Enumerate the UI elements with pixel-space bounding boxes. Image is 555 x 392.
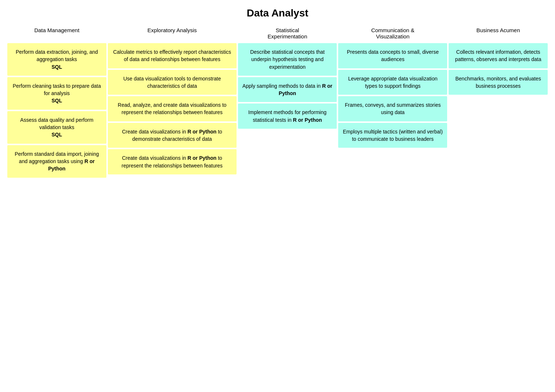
col-business: Collects relevant information, detects p… [449,43,548,95]
cell-exp-5: Create data visualizations in R or Pytho… [108,149,237,174]
cell-comm-2: Leverage appropriate data visualization … [338,70,447,95]
cell-dm-2: Perform cleaning tasks to prepare data f… [7,77,106,110]
cell-comm-1: Presents data concepts to small, diverse… [338,43,447,68]
cell-comm-3: Frames, conveys, and summarizes stories … [338,96,447,121]
cell-biz-1: Collects relevant information, detects p… [449,43,548,68]
page-title: Data Analyst [7,7,548,19]
cell-stats-3: Implement methods for performing statist… [238,103,337,129]
content-grid: Perform data extraction, joining, and ag… [7,43,548,178]
col-stats: Describe statistical concepts that under… [238,43,337,129]
header-exploratory: Exploratory Analysis [108,25,237,42]
cell-dm-1: Perform data extraction, joining, and ag… [7,43,106,76]
cell-exp-4: Create data visualizations in R or Pytho… [108,123,237,148]
header-comm: Communication &Visuzalization [338,25,447,42]
cell-dm-4: Perform standard data import, joining an… [7,145,106,178]
cell-exp-2: Use data visualization tools to demonstr… [108,70,237,95]
header-data-mgmt: Data Management [7,25,106,42]
cell-dm-3: Assess data quality and perform validati… [7,111,106,144]
cell-comm-4: Employs multiple tactics (written and ve… [338,123,447,148]
cell-exp-1: Calculate metrics to effectively report … [108,43,237,68]
cell-stats-1: Describe statistical concepts that under… [238,43,337,76]
main-container: Data Analyst Data Management Exploratory… [7,7,548,178]
header-row: Data Management Exploratory Analysis Sta… [7,25,548,42]
col-comm: Presents data concepts to small, diverse… [338,43,447,148]
cell-exp-3: Read, analyze, and create data visualiza… [108,96,237,121]
cell-stats-2: Apply sampling methods to data in R or P… [238,77,337,102]
header-stats: StatisticalExperimentation [238,25,337,42]
col-data-management: Perform data extraction, joining, and ag… [7,43,106,178]
col-exploratory: Calculate metrics to effectively report … [108,43,237,174]
header-business: Business Acumen [449,25,548,42]
cell-biz-2: Benchmarks, monitors, and evaluates busi… [449,70,548,95]
